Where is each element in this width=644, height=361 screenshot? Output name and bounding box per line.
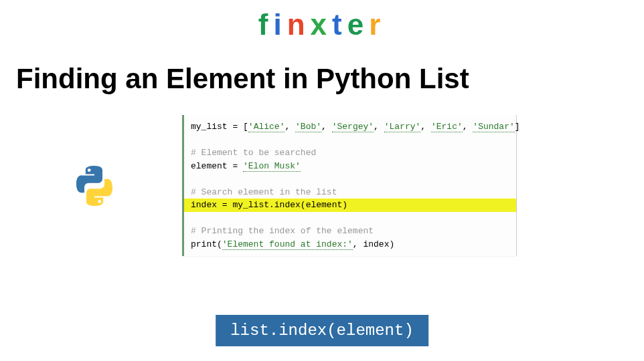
- content-row: my_list = ['Alice', 'Bob', 'Sergey', 'La…: [0, 115, 644, 256]
- logo-letter: x: [311, 8, 332, 41]
- footer-code-box: list.index(element): [216, 315, 428, 346]
- code-string: 'Eric': [431, 122, 463, 132]
- code-string: 'Sergey': [332, 122, 374, 132]
- code-string: 'Alice': [248, 122, 285, 132]
- logo-letter: r: [369, 8, 386, 41]
- code-line-blank: [184, 212, 516, 225]
- code-string: 'Bob': [295, 122, 321, 132]
- code-string: 'Sundar': [473, 122, 514, 132]
- code-line-highlighted: index = my_list.index(element): [184, 199, 516, 212]
- code-comment-3: # Printing the index of the element: [184, 225, 516, 238]
- python-logo-icon: [72, 164, 116, 208]
- code-string: 'Larry': [384, 122, 421, 132]
- code-line-10: print('Element found at index:', index): [184, 238, 516, 251]
- code-line-4: element = 'Elon Musk': [184, 160, 516, 173]
- code-line-blank: [184, 172, 516, 186]
- code-comment-1: # Element to be searched: [184, 146, 516, 160]
- logo-letter: t: [332, 8, 347, 41]
- code-comment-2: # Search element in the list: [184, 186, 516, 199]
- logo-letter: e: [347, 8, 369, 41]
- code-list-items: 'Alice', 'Bob', 'Sergey', 'Larry', 'Eric…: [248, 122, 515, 132]
- code-block: my_list = ['Alice', 'Bob', 'Sergey', 'La…: [182, 115, 517, 256]
- code-line-1: my_list = ['Alice', 'Bob', 'Sergey', 'La…: [184, 120, 516, 134]
- logo-letter: f: [258, 8, 274, 41]
- logo-letter: i: [273, 8, 287, 41]
- logo-letter: n: [287, 8, 311, 41]
- code-line-blank: [184, 134, 516, 147]
- brand-logo: finxter: [0, 0, 644, 41]
- page-title: Finding an Element in Python List: [0, 63, 644, 95]
